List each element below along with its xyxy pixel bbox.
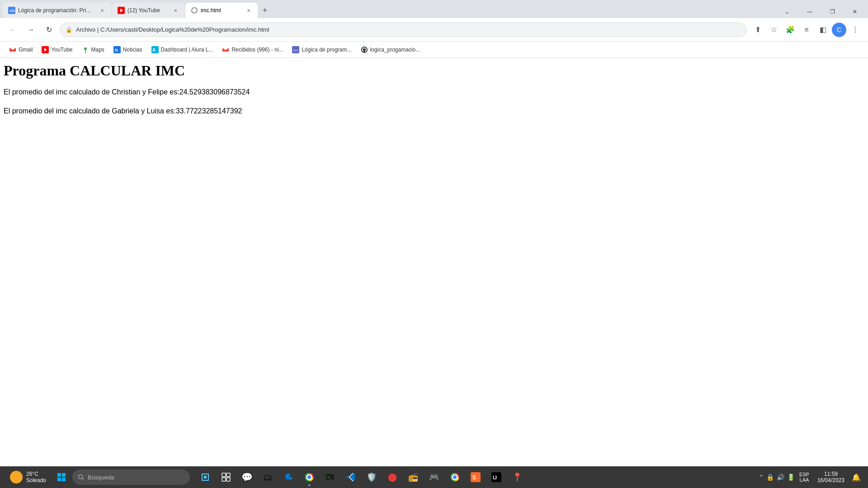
svg-rect-17 — [57, 473, 61, 477]
sidebar-button[interactable]: ◧ — [816, 23, 830, 37]
back-button[interactable]: ← — [5, 23, 20, 37]
bookmark-favicon-alura: A — [151, 46, 159, 53]
notification-button[interactable]: 🔔 — [850, 471, 863, 483]
extensions-button[interactable]: 🧩 — [783, 23, 797, 37]
bookmark-maps[interactable]: Maps — [78, 44, 108, 55]
lang-secondary: LAA — [800, 477, 809, 483]
taskbar-app-mcafee[interactable]: 🛡️ — [362, 467, 382, 487]
taskbar-app-taskview[interactable] — [216, 467, 236, 487]
chevron-up-icon[interactable]: ⌃ — [759, 474, 764, 480]
svg-text:</>: </> — [9, 9, 15, 13]
bookmark-favicon-github — [361, 46, 368, 53]
result-christian-felipe: El promedio del imc calculado de Christi… — [4, 88, 864, 96]
tab-close-imc[interactable]: ✕ — [245, 7, 252, 14]
minimize-button[interactable]: — — [799, 5, 820, 19]
bookmark-label-noticias: Noticias — [123, 47, 142, 53]
bookmarks-bar: Gmail YouTube Maps N Noticias A — [0, 42, 868, 58]
menu-button[interactable]: ⋮ — [848, 23, 863, 37]
taskbar-apps: 💬 🗂 >_ 🛡️ ⬤ 📻 🎮 S IJ 📍 — [195, 467, 527, 487]
svg-rect-25 — [222, 473, 226, 477]
bookmark-gmail[interactable]: Gmail — [5, 44, 36, 55]
bookmark-label-github: logica_progamacio... — [370, 47, 420, 53]
taskbar-app-powertoys[interactable] — [195, 467, 215, 487]
close-button[interactable]: ✕ — [844, 5, 865, 19]
svg-text:A: A — [152, 47, 156, 52]
date-display: 16/04/2023 — [817, 477, 844, 483]
lang-primary: ESP — [799, 472, 809, 477]
page-content: Programa CALCULAR IMC El promedio del im… — [0, 58, 868, 488]
browser-window: </> Lógica de programación: Primero... ✕… — [0, 0, 868, 488]
taskbar-app-media[interactable]: 📻 — [403, 467, 423, 487]
tab-logica[interactable]: </> Lógica de programación: Primero... ✕ — [3, 3, 111, 18]
tab-youtube[interactable]: (12) YouTube ✕ — [112, 3, 184, 18]
clock-area[interactable]: 11:59 16/04/2023 — [814, 471, 848, 483]
system-tray: ⌃ 🔒 🔊 🔋 — [759, 474, 795, 481]
svg-text:S: S — [472, 474, 476, 481]
svg-point-8 — [84, 47, 87, 50]
tab-close-youtube[interactable]: ✕ — [172, 7, 179, 14]
result-gabriela-luisa: El promedio del imc calculado de Gabriel… — [4, 107, 864, 115]
forward-button[interactable]: → — [24, 23, 38, 37]
taskbar-app-terminal[interactable]: >_ — [320, 467, 340, 487]
taskbar-app-edge[interactable] — [278, 467, 298, 487]
tab-title-imc: imc.html — [201, 7, 242, 14]
volume-icon[interactable]: 🔊 — [777, 474, 784, 481]
taskbar-app-files[interactable]: 🗂 — [258, 467, 278, 487]
search-bar[interactable]: Búsqueda — [72, 469, 190, 485]
tab-imc[interactable]: imc.html ✕ — [185, 3, 258, 18]
bookmark-favicon-youtube — [42, 46, 49, 53]
svg-rect-18 — [62, 473, 66, 477]
window-controls: ⌄ — ❐ ✕ — [777, 3, 865, 18]
taskbar-app-chrome2[interactable] — [445, 467, 465, 487]
bookmark-noticias[interactable]: N Noticias — [110, 44, 146, 55]
svg-text:>_: >_ — [327, 475, 332, 480]
svg-rect-28 — [226, 478, 230, 481]
bookmark-label-recibidos: Recibidos (996) - ni... — [231, 47, 283, 53]
language-indicator[interactable]: ESP LAA — [797, 472, 812, 483]
profile-button[interactable]: C — [832, 23, 846, 37]
taskbar-app-sublime[interactable]: S — [466, 467, 486, 487]
tab-title-youtube: (12) YouTube — [127, 7, 169, 14]
bookmark-logica[interactable]: </> Lógica de program... — [288, 44, 355, 55]
svg-rect-26 — [226, 473, 230, 477]
taskbar-app-intellij[interactable]: IJ — [486, 467, 506, 487]
svg-text:</>: </> — [293, 48, 298, 52]
maximize-button[interactable]: ❐ — [822, 5, 843, 19]
weather-widget[interactable]: 26°C Soleado — [5, 471, 51, 483]
taskbar-app-teams[interactable]: 💬 — [237, 467, 257, 487]
taskbar-app-chrome[interactable] — [299, 467, 319, 487]
tab-close-logica[interactable]: ✕ — [99, 7, 106, 14]
bookmark-favicon-logica: </> — [292, 46, 299, 53]
time-display: 11:59 — [824, 471, 838, 477]
start-button[interactable] — [52, 468, 71, 486]
bookmark-favicon-gmail — [9, 46, 16, 53]
taskbar-app-location[interactable]: 📍 — [507, 467, 527, 487]
network-icon: 🔒 — [766, 474, 774, 481]
reload-button[interactable]: ↻ — [42, 23, 56, 37]
tab-groups-button[interactable]: ≡ — [799, 23, 814, 37]
tab-dropdown-button[interactable]: ⌄ — [777, 5, 797, 19]
tab-favicon-imc — [191, 7, 198, 14]
svg-line-22 — [82, 479, 84, 480]
svg-rect-20 — [62, 478, 66, 481]
bookmark-recibidos[interactable]: Recibidos (996) - ni... — [218, 44, 287, 55]
new-tab-button[interactable]: + — [259, 4, 271, 17]
bookmark-favicon-maps — [82, 46, 89, 53]
taskbar: 26°C Soleado Búsqueda 💬 🗂 >_ — [0, 466, 868, 488]
tab-title-logica: Lógica de programación: Primero... — [18, 7, 96, 14]
bookmark-favicon-noticias: N — [113, 46, 121, 53]
bookmark-github[interactable]: logica_progamacio... — [357, 44, 424, 55]
svg-point-38 — [453, 476, 457, 479]
svg-rect-19 — [57, 478, 61, 481]
bookmark-youtube[interactable]: YouTube — [38, 44, 76, 55]
search-icon — [78, 474, 84, 480]
taskbar-app-vscode[interactable] — [341, 467, 361, 487]
taskbar-app-game[interactable]: 🎮 — [424, 467, 444, 487]
share-button[interactable]: ⬆ — [750, 23, 765, 37]
svg-point-21 — [79, 475, 83, 479]
address-bar[interactable]: 🔒 Archivo | C:/Users/casti/Desktop/Logic… — [60, 23, 747, 37]
bookmark-button[interactable]: ☆ — [767, 23, 781, 37]
taskbar-app-red[interactable]: ⬤ — [382, 467, 402, 487]
weather-text: 26°C Soleado — [26, 471, 46, 483]
bookmark-alura[interactable]: A Dashboard | Alura L... — [148, 44, 217, 55]
